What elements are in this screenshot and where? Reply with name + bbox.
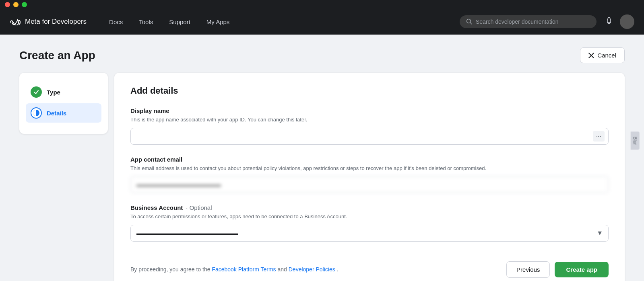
step-details[interactable]: Details — [26, 103, 101, 123]
half-circle-icon — [33, 109, 40, 117]
footer-middle: and — [278, 266, 289, 273]
footer-suffix: . — [337, 266, 339, 273]
wizard-layout: Type Details Add details Display name Th… — [19, 73, 625, 281]
notifications-bell-icon[interactable] — [603, 15, 615, 29]
brand-logo: Meta for Developers — [10, 18, 87, 26]
business-account-desc: To access certain permissions or feature… — [130, 213, 609, 221]
developer-policies-link[interactable]: Developer Policies — [289, 266, 335, 273]
display-name-input-wrapper: ··· — [130, 128, 609, 145]
svg-line-1 — [471, 23, 472, 25]
business-account-label: Business Account · Optional — [130, 204, 609, 211]
app-contact-email-desc: This email address is used to contact yo… — [130, 164, 609, 172]
x-icon — [588, 53, 594, 58]
navbar: Meta for Developers Docs Tools Support M… — [0, 9, 644, 35]
nav-support[interactable]: Support — [163, 15, 197, 29]
search-icon — [466, 18, 473, 25]
close-button[interactable] — [5, 2, 10, 7]
step-details-label: Details — [47, 110, 66, 117]
app-contact-email-input[interactable] — [130, 176, 609, 193]
step-type-label: Type — [47, 89, 60, 96]
footer-prefix: By proceeding, you agree to the — [130, 266, 212, 273]
form-footer: By proceeding, you agree to the Facebook… — [130, 253, 609, 278]
cancel-label: Cancel — [597, 52, 616, 59]
display-name-dots-button[interactable]: ··· — [593, 131, 605, 142]
checkmark-icon — [33, 89, 39, 95]
blur-side-label: Blur — [630, 131, 639, 150]
svg-point-2 — [609, 17, 609, 18]
display-name-input[interactable] — [130, 128, 609, 145]
form-panel: Add details Display name This is the app… — [114, 73, 625, 281]
navbar-links: Docs Tools Support My Apps — [103, 15, 460, 29]
cancel-button[interactable]: Cancel — [580, 47, 625, 63]
main-content: Create an App Cancel Type — [0, 35, 644, 281]
app-contact-email-input-wrapper — [130, 176, 609, 193]
business-account-field: Business Account · Optional To access ce… — [130, 204, 609, 242]
display-name-desc: This is the app name associated with you… — [130, 116, 609, 124]
footer-terms-text: By proceeding, you agree to the Facebook… — [130, 266, 338, 273]
step-type-icon — [31, 86, 42, 98]
minimize-button[interactable] — [13, 2, 19, 7]
search-bar — [460, 15, 597, 28]
business-account-label-text: Business Account — [130, 204, 183, 211]
maximize-button[interactable] — [22, 2, 27, 7]
brand-text: Meta for Developers — [25, 18, 87, 26]
nav-docs[interactable]: Docs — [103, 15, 129, 29]
navbar-actions — [603, 14, 634, 29]
nav-myapps[interactable]: My Apps — [200, 15, 236, 29]
business-account-optional-label: · Optional — [186, 204, 212, 211]
user-avatar[interactable] — [620, 14, 634, 29]
app-contact-email-field: App contact email This email address is … — [130, 156, 609, 193]
step-details-icon — [31, 107, 42, 119]
search-input[interactable] — [476, 18, 590, 25]
step-type[interactable]: Type — [26, 82, 101, 102]
business-account-select-wrapper: ▬▬▬▬▬▬▬▬▬▬▬▬▬▬▬▬▬▬ ▼ — [130, 225, 609, 242]
page-header: Create an App Cancel — [19, 47, 625, 63]
app-contact-email-label: App contact email — [130, 156, 609, 163]
previous-button[interactable]: Previous — [506, 261, 550, 278]
display-name-field: Display name This is the app name associ… — [130, 107, 609, 145]
window-controls — [0, 0, 644, 9]
footer-actions: Previous Create app — [506, 261, 609, 278]
display-name-label: Display name — [130, 107, 609, 114]
form-title: Add details — [130, 86, 609, 96]
meta-logo-icon — [10, 18, 21, 25]
steps-sidebar: Type Details — [19, 73, 108, 134]
page-title: Create an App — [19, 49, 95, 62]
create-app-button[interactable]: Create app — [555, 262, 609, 277]
business-account-select[interactable]: ▬▬▬▬▬▬▬▬▬▬▬▬▬▬▬▬▬▬ — [130, 225, 609, 242]
facebook-platform-terms-link[interactable]: Facebook Platform Terms — [212, 266, 276, 273]
nav-tools[interactable]: Tools — [132, 15, 159, 29]
